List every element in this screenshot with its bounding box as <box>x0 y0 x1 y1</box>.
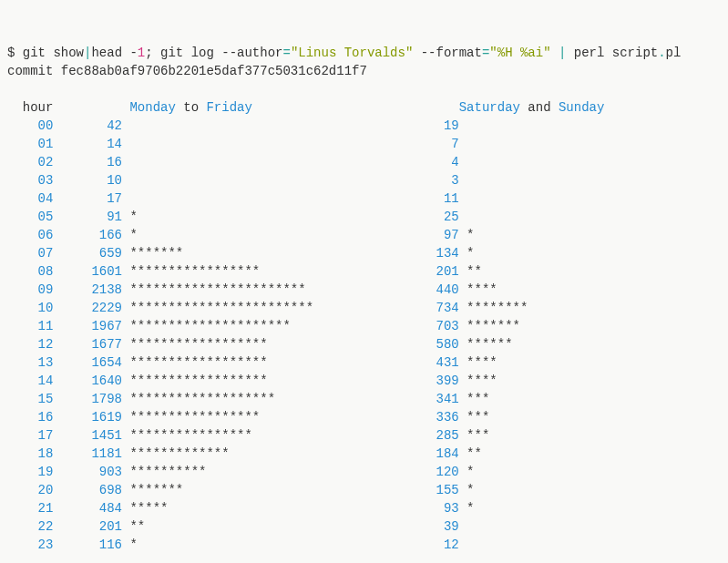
commit-line: commit fec88ab0af9706b2201e5daf377c5031c… <box>7 64 367 78</box>
data-row: 07 659 ******* 134 * <box>7 246 475 261</box>
data-row: 12 1677 ****************** 580 ****** <box>7 337 513 352</box>
header-line: hour Monday to Friday Saturday and Sunda… <box>7 100 604 115</box>
data-row: 13 1654 ****************** 431 **** <box>7 355 497 370</box>
data-row: 03 10 3 <box>7 173 467 188</box>
data-row: 18 1181 ************* 184 ** <box>7 446 482 461</box>
data-row: 17 1451 **************** 285 *** <box>7 428 489 443</box>
data-row: 01 14 7 <box>7 137 467 151</box>
data-row: 02 16 4 <box>7 155 467 169</box>
data-row: 19 903 ********** 120 * <box>7 465 475 479</box>
data-row: 04 17 11 <box>7 191 467 206</box>
data-row: 00 42 19 <box>7 118 467 133</box>
data-row: 23 116 * 12 <box>7 537 467 552</box>
data-row: 05 91 * 25 <box>7 210 467 224</box>
data-row: 10 2229 ************************ 734 ***… <box>7 301 528 315</box>
data-row: 20 698 ******* 155 * <box>7 483 475 497</box>
data-row: 08 1601 ***************** 201 ** <box>7 264 482 279</box>
data-row: 14 1640 ****************** 399 **** <box>7 374 497 388</box>
data-row: 16 1619 ***************** 336 *** <box>7 410 489 425</box>
data-row: 11 1967 ********************* 703 ******… <box>7 319 520 333</box>
cmd-line: $ git show|head -1; git log --author="Li… <box>7 46 681 60</box>
data-row: 22 201 ** 39 <box>7 519 467 534</box>
data-row: 06 166 * 97 * <box>7 228 475 242</box>
data-row: 21 484 ***** 93 * <box>7 501 475 516</box>
data-row: 09 2138 *********************** 440 **** <box>7 282 497 297</box>
data-row: 15 1798 ******************* 341 *** <box>7 392 489 406</box>
data-rows: 00 42 19 01 14 7 02 16 4 03 10 <box>7 117 728 554</box>
terminal-output: $ git show|head -1; git log --author="Li… <box>7 26 728 563</box>
